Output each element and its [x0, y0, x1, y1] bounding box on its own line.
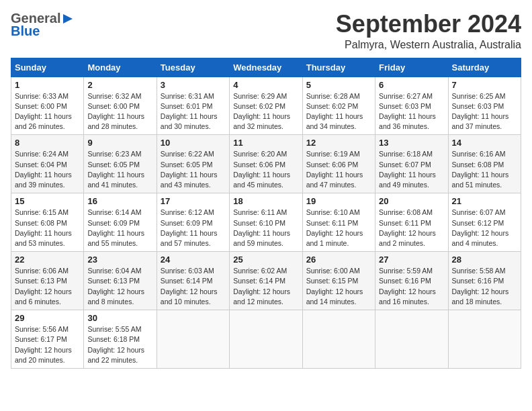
weekday-header-sunday: Sunday — [11, 58, 84, 77]
calendar-day-8: 8Sunrise: 6:24 AM Sunset: 6:04 PM Daylig… — [11, 135, 84, 193]
calendar-day-1: 1Sunrise: 6:33 AM Sunset: 6:00 PM Daylig… — [11, 77, 84, 135]
day-info: Sunrise: 6:31 AM Sunset: 6:01 PM Dayligh… — [161, 91, 226, 132]
day-number: 18 — [233, 196, 298, 206]
day-info: Sunrise: 6:16 AM Sunset: 6:08 PM Dayligh… — [452, 149, 517, 190]
day-info: Sunrise: 6:03 AM Sunset: 6:14 PM Dayligh… — [161, 266, 226, 307]
calendar-day-9: 9Sunrise: 6:23 AM Sunset: 6:05 PM Daylig… — [84, 135, 157, 193]
day-info: Sunrise: 6:06 AM Sunset: 6:13 PM Dayligh… — [15, 266, 80, 307]
page-title: September 2024 — [336, 11, 521, 38]
empty-cell — [448, 310, 521, 369]
day-info: Sunrise: 6:02 AM Sunset: 6:14 PM Dayligh… — [233, 266, 298, 307]
weekday-header-thursday: Thursday — [302, 58, 375, 77]
day-number: 30 — [87, 313, 152, 323]
calendar-day-14: 14Sunrise: 6:16 AM Sunset: 6:08 PM Dayli… — [448, 135, 521, 193]
day-info: Sunrise: 5:56 AM Sunset: 6:17 PM Dayligh… — [15, 324, 80, 365]
calendar-day-26: 26Sunrise: 6:00 AM Sunset: 6:15 PM Dayli… — [302, 252, 375, 310]
day-number: 15 — [15, 196, 80, 206]
day-number: 28 — [452, 255, 517, 265]
day-number: 10 — [161, 138, 226, 148]
day-number: 20 — [379, 196, 444, 206]
calendar-day-21: 21Sunrise: 6:07 AM Sunset: 6:12 PM Dayli… — [448, 193, 521, 252]
day-info: Sunrise: 6:27 AM Sunset: 6:03 PM Dayligh… — [379, 91, 444, 132]
empty-cell — [302, 310, 375, 369]
calendar-day-12: 12Sunrise: 6:19 AM Sunset: 6:06 PM Dayli… — [302, 135, 375, 193]
calendar-day-2: 2Sunrise: 6:32 AM Sunset: 6:00 PM Daylig… — [84, 77, 157, 135]
calendar-row-1: 1Sunrise: 6:33 AM Sunset: 6:00 PM Daylig… — [11, 77, 521, 135]
day-number: 11 — [233, 138, 298, 148]
day-number: 23 — [87, 255, 152, 265]
day-info: Sunrise: 6:12 AM Sunset: 6:09 PM Dayligh… — [161, 208, 226, 248]
day-number: 8 — [15, 138, 80, 148]
calendar-day-22: 22Sunrise: 6:06 AM Sunset: 6:13 PM Dayli… — [11, 252, 84, 310]
day-number: 16 — [87, 196, 152, 206]
day-number: 1 — [15, 80, 80, 90]
calendar-day-29: 29Sunrise: 5:56 AM Sunset: 6:17 PM Dayli… — [11, 310, 84, 369]
day-info: Sunrise: 6:28 AM Sunset: 6:02 PM Dayligh… — [306, 91, 371, 132]
calendar-day-30: 30Sunrise: 5:55 AM Sunset: 6:18 PM Dayli… — [84, 310, 157, 369]
day-info: Sunrise: 6:19 AM Sunset: 6:06 PM Dayligh… — [306, 149, 371, 190]
logo-blue-text: Blue — [11, 24, 40, 38]
day-info: Sunrise: 6:32 AM Sunset: 6:00 PM Dayligh… — [87, 91, 152, 132]
day-info: Sunrise: 6:22 AM Sunset: 6:05 PM Dayligh… — [161, 149, 226, 190]
calendar-day-28: 28Sunrise: 5:58 AM Sunset: 6:16 PM Dayli… — [448, 252, 521, 310]
day-info: Sunrise: 6:07 AM Sunset: 6:12 PM Dayligh… — [452, 208, 517, 248]
day-number: 27 — [379, 255, 444, 265]
logo-arrow-icon — [62, 13, 74, 25]
calendar-row-2: 8Sunrise: 6:24 AM Sunset: 6:04 PM Daylig… — [11, 135, 521, 193]
header: General Blue September 2024 Palmyra, Wes… — [11, 11, 521, 51]
calendar-day-13: 13Sunrise: 6:18 AM Sunset: 6:07 PM Dayli… — [375, 135, 448, 193]
day-number: 17 — [161, 196, 226, 206]
calendar-row-3: 15Sunrise: 6:15 AM Sunset: 6:08 PM Dayli… — [11, 193, 521, 252]
day-number: 22 — [15, 255, 80, 265]
day-info: Sunrise: 6:00 AM Sunset: 6:15 PM Dayligh… — [306, 266, 371, 307]
calendar-header-row: SundayMondayTuesdayWednesdayThursdayFrid… — [11, 58, 521, 77]
day-info: Sunrise: 6:15 AM Sunset: 6:08 PM Dayligh… — [15, 208, 80, 248]
day-info: Sunrise: 6:18 AM Sunset: 6:07 PM Dayligh… — [379, 149, 444, 190]
empty-cell — [375, 310, 448, 369]
calendar-day-18: 18Sunrise: 6:11 AM Sunset: 6:10 PM Dayli… — [230, 193, 302, 252]
calendar-day-23: 23Sunrise: 6:04 AM Sunset: 6:13 PM Dayli… — [84, 252, 157, 310]
day-number: 21 — [452, 196, 517, 206]
day-number: 7 — [452, 80, 517, 90]
day-number: 6 — [379, 80, 444, 90]
day-number: 9 — [87, 138, 152, 148]
page-subtitle: Palmyra, Western Australia, Australia — [336, 39, 521, 51]
weekday-header-saturday: Saturday — [448, 58, 521, 77]
day-number: 14 — [452, 138, 517, 148]
calendar-day-17: 17Sunrise: 6:12 AM Sunset: 6:09 PM Dayli… — [157, 193, 229, 252]
day-info: Sunrise: 5:59 AM Sunset: 6:16 PM Dayligh… — [379, 266, 444, 307]
title-section: September 2024 Palmyra, Western Australi… — [336, 11, 521, 51]
day-info: Sunrise: 5:58 AM Sunset: 6:16 PM Dayligh… — [452, 266, 517, 307]
day-info: Sunrise: 6:25 AM Sunset: 6:03 PM Dayligh… — [452, 91, 517, 132]
day-number: 29 — [15, 313, 80, 323]
empty-cell — [230, 310, 302, 369]
day-number: 5 — [306, 80, 371, 90]
calendar-row-4: 22Sunrise: 6:06 AM Sunset: 6:13 PM Dayli… — [11, 252, 521, 310]
weekday-header-tuesday: Tuesday — [157, 58, 229, 77]
day-number: 19 — [306, 196, 371, 206]
weekday-header-monday: Monday — [84, 58, 157, 77]
day-info: Sunrise: 6:29 AM Sunset: 6:02 PM Dayligh… — [233, 91, 298, 132]
logo: General Blue — [11, 11, 74, 39]
calendar-row-5: 29Sunrise: 5:56 AM Sunset: 6:17 PM Dayli… — [11, 310, 521, 369]
day-number: 26 — [306, 255, 371, 265]
calendar-day-27: 27Sunrise: 5:59 AM Sunset: 6:16 PM Dayli… — [375, 252, 448, 310]
day-number: 13 — [379, 138, 444, 148]
calendar-day-20: 20Sunrise: 6:08 AM Sunset: 6:11 PM Dayli… — [375, 193, 448, 252]
day-number: 24 — [161, 255, 226, 265]
day-info: Sunrise: 6:24 AM Sunset: 6:04 PM Dayligh… — [15, 149, 80, 190]
weekday-header-wednesday: Wednesday — [230, 58, 302, 77]
calendar-day-7: 7Sunrise: 6:25 AM Sunset: 6:03 PM Daylig… — [448, 77, 521, 135]
day-number: 3 — [161, 80, 226, 90]
day-info: Sunrise: 6:10 AM Sunset: 6:11 PM Dayligh… — [306, 208, 371, 248]
day-info: Sunrise: 6:20 AM Sunset: 6:06 PM Dayligh… — [233, 149, 298, 190]
calendar-day-5: 5Sunrise: 6:28 AM Sunset: 6:02 PM Daylig… — [302, 77, 375, 135]
day-info: Sunrise: 6:14 AM Sunset: 6:09 PM Dayligh… — [87, 208, 152, 248]
calendar-day-24: 24Sunrise: 6:03 AM Sunset: 6:14 PM Dayli… — [157, 252, 229, 310]
day-info: Sunrise: 6:04 AM Sunset: 6:13 PM Dayligh… — [87, 266, 152, 307]
day-number: 25 — [233, 255, 298, 265]
calendar-table: SundayMondayTuesdayWednesdayThursdayFrid… — [11, 58, 521, 369]
svg-marker-0 — [63, 14, 73, 24]
calendar-day-25: 25Sunrise: 6:02 AM Sunset: 6:14 PM Dayli… — [230, 252, 302, 310]
calendar-day-11: 11Sunrise: 6:20 AM Sunset: 6:06 PM Dayli… — [230, 135, 302, 193]
